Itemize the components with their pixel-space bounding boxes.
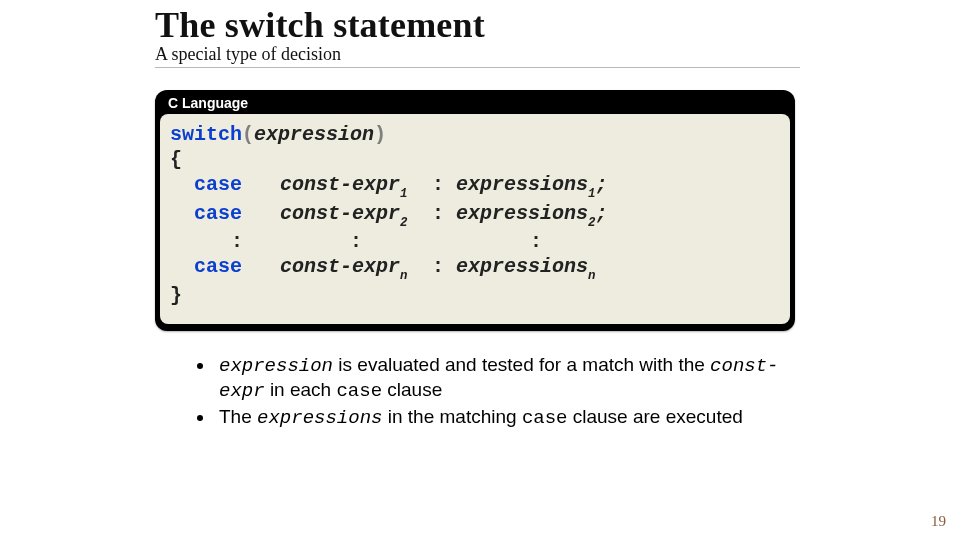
code-line-case-1: caseconst-expr1:expressions1; [170, 172, 780, 201]
paren-close: ) [374, 123, 386, 146]
bullet-text: in the matching [382, 406, 521, 427]
keyword-switch: switch [170, 123, 242, 146]
bullet-code-case: case [522, 407, 568, 429]
bullet-text: clause [382, 379, 442, 400]
ellipsis-col: : [530, 230, 542, 253]
bullet-code-expression: expression [219, 355, 333, 377]
bullet-code-case: case [336, 380, 382, 402]
subscript-2: 2 [400, 216, 407, 230]
subscript-n: n [400, 269, 407, 283]
bullet-item-1: expression is evaluated and tested for a… [215, 353, 787, 404]
code-line-brace-open: { [170, 147, 780, 172]
keyword-case: case [194, 202, 242, 225]
subscript-2b: 2 [588, 216, 595, 230]
subscript-1b: 1 [588, 187, 595, 201]
keyword-case: case [194, 255, 242, 278]
bullet-text: is evaluated and tested for a match with… [333, 354, 710, 375]
subscript-nb: n [588, 269, 595, 283]
subscript-1: 1 [400, 187, 407, 201]
ellipsis-col: : [350, 230, 362, 253]
code-block-body: switch(expression) { caseconst-expr1:exp… [160, 114, 790, 324]
bullet-text: The [219, 406, 257, 427]
expressions-text: expressions [456, 255, 588, 278]
bullet-item-2: The expressions in the matching case cla… [215, 405, 787, 430]
colon: : [432, 254, 456, 279]
page-number: 19 [931, 513, 946, 530]
bullet-list: expression is evaluated and tested for a… [197, 353, 787, 431]
expressions-text: expressions [456, 173, 588, 196]
slide-content: The switch statement A special type of d… [0, 0, 960, 430]
bullet-code-expressions: expressions [257, 407, 382, 429]
expression-head: expression [254, 123, 374, 146]
ellipsis-col: : [231, 230, 243, 253]
code-line-ellipsis: ::: [170, 229, 780, 254]
expressions-text: expressions [456, 202, 588, 225]
slide-title: The switch statement [155, 4, 805, 46]
keyword-case: case [194, 173, 242, 196]
code-block: C Language switch(expression) { casecons… [155, 90, 795, 331]
code-line-case-n: caseconst-exprn:expressionsn [170, 254, 780, 283]
paren-open: ( [242, 123, 254, 146]
const-expr-text: const-expr [280, 173, 400, 196]
colon: : [432, 201, 456, 226]
bullet-text: clause are executed [567, 406, 742, 427]
const-expr-text: const-expr [280, 255, 400, 278]
code-line-brace-close: } [170, 283, 780, 308]
semicolon: ; [595, 202, 607, 225]
slide-subtitle: A special type of decision [155, 44, 800, 68]
bullet-text: in each [265, 379, 337, 400]
const-expr-text: const-expr [280, 202, 400, 225]
semicolon: ; [595, 173, 607, 196]
colon: : [432, 172, 456, 197]
code-line-case-2: caseconst-expr2:expressions2; [170, 201, 780, 230]
code-line-1: switch(expression) [170, 122, 780, 147]
code-block-label: C Language [160, 95, 256, 114]
